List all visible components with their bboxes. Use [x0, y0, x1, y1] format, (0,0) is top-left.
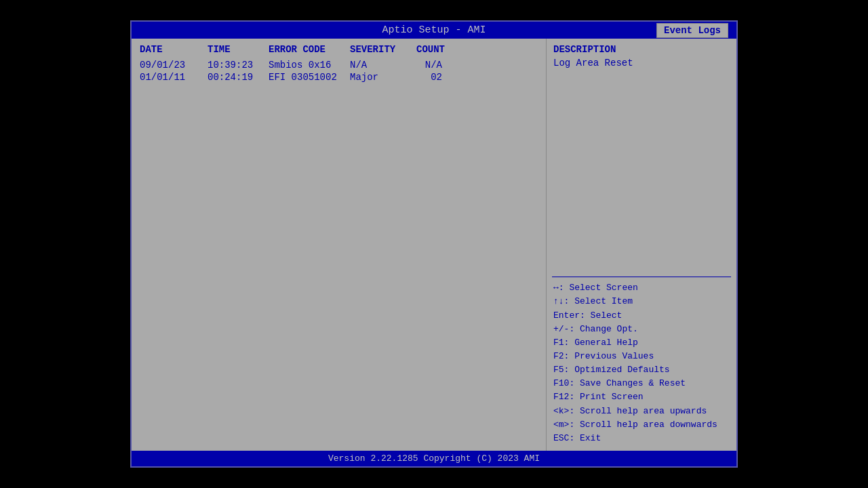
- help-line-12: ESC: Exit: [553, 432, 730, 445]
- table-header: DATE TIME ERROR CODE SEVERITY COUNT: [132, 39, 546, 58]
- active-tab[interactable]: Event Logs: [656, 23, 728, 38]
- footer-text: Version 2.22.1285 Copyright (C) 2023 AMI: [328, 453, 540, 464]
- help-line-11: <m>: Scroll help area downwards: [553, 418, 730, 432]
- bios-screen: Aptio Setup - AMI Event Logs DATE TIME E…: [130, 20, 738, 468]
- description-text: Log Area Reset: [553, 58, 730, 68]
- description-section: DESCRIPTION Log Area Reset: [547, 39, 736, 277]
- col-header-errcode: ERROR CODE: [269, 44, 350, 55]
- bottom-bar: Version 2.22.1285 Copyright (C) 2023 AMI: [132, 451, 736, 466]
- description-title: DESCRIPTION: [553, 44, 730, 55]
- help-line-3: Enter: Select: [553, 309, 730, 323]
- row2-time: 00:24:19: [208, 72, 269, 83]
- col-header-count: COUNT: [404, 44, 445, 55]
- help-line-5: F1: General Help: [553, 336, 730, 350]
- row2-errcode: EFI 03051002: [269, 72, 350, 83]
- app-title: Aptio Setup - AMI: [382, 24, 486, 36]
- row2-date: 01/01/11: [140, 72, 208, 83]
- col-header-severity: SEVERITY: [350, 44, 404, 55]
- col-header-time: TIME: [208, 44, 269, 55]
- table-row[interactable]: 09/01/23 10:39:23 Smbios 0x16 N/A N/A: [140, 59, 538, 71]
- help-line-1: ↔: Select Screen: [553, 281, 730, 295]
- right-panel: DESCRIPTION Log Area Reset ↔: Select Scr…: [547, 39, 736, 451]
- row1-severity: N/A: [350, 60, 404, 70]
- help-line-10: <k>: Scroll help area upwards: [553, 405, 730, 418]
- help-line-6: F2: Previous Values: [553, 350, 730, 363]
- table-row[interactable]: 01/01/11 00:24:19 EFI 03051002 Major 02: [140, 71, 538, 83]
- row1-errcode: Smbios 0x16: [269, 60, 350, 70]
- main-area: DATE TIME ERROR CODE SEVERITY COUNT 09/0…: [132, 39, 736, 451]
- help-line-7: F5: Optimized Defaults: [553, 363, 730, 377]
- col-header-date: DATE: [140, 44, 208, 55]
- row1-date: 09/01/23: [140, 60, 208, 70]
- table-rows: 09/01/23 10:39:23 Smbios 0x16 N/A N/A 01…: [132, 58, 546, 85]
- help-section: ↔: Select Screen ↑↓: Select Item Enter: …: [547, 277, 736, 451]
- help-line-8: F10: Save Changes & Reset: [553, 377, 730, 390]
- event-log-panel: DATE TIME ERROR CODE SEVERITY COUNT 09/0…: [132, 39, 547, 451]
- top-bar: Aptio Setup - AMI Event Logs: [132, 22, 736, 39]
- row1-count: N/A: [404, 60, 445, 70]
- help-line-2: ↑↓: Select Item: [553, 295, 730, 308]
- row2-severity: Major: [350, 72, 404, 83]
- help-line-4: +/-: Change Opt.: [553, 323, 730, 336]
- help-line-9: F12: Print Screen: [553, 390, 730, 404]
- row2-count: 02: [404, 72, 445, 83]
- row1-time: 10:39:23: [208, 60, 269, 70]
